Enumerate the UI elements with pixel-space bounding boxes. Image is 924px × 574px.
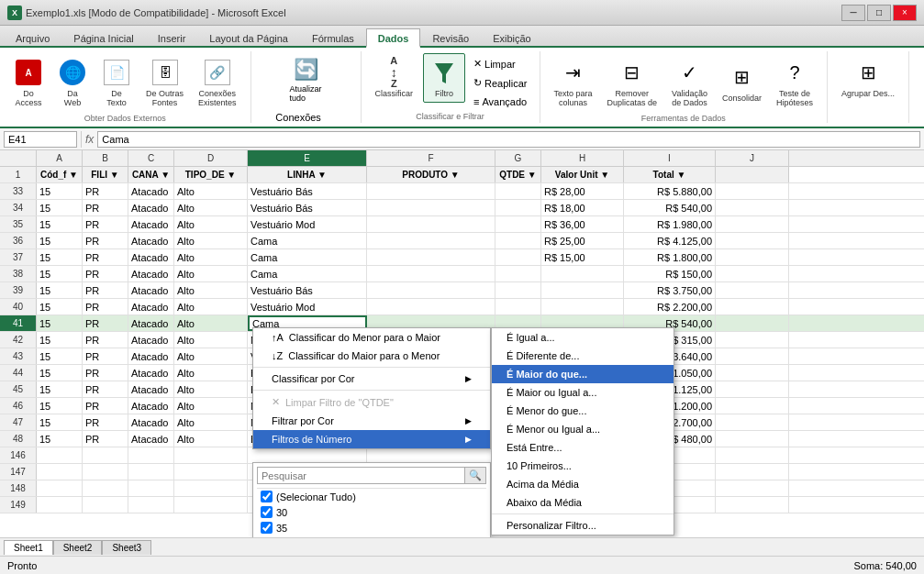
r46-a[interactable]: 15 [37,398,83,414]
menu-sort-asc[interactable]: ↑A Classificar do Menor para o Maior [253,328,490,347]
r44-d[interactable]: Alto [174,365,248,381]
col-h-header[interactable]: H [541,150,624,166]
r40-d[interactable]: Alto [174,299,248,315]
submenu-not-equal[interactable]: É Diferente de... [492,347,674,365]
r35-b[interactable]: PR [83,216,128,232]
r48-b[interactable]: PR [83,431,128,447]
r42-d[interactable]: Alto [174,332,248,348]
r42-c[interactable]: Atacado [128,332,174,348]
r34-d[interactable]: Alto [174,200,248,215]
r33-b[interactable]: PR [83,183,128,199]
r35-g[interactable] [495,216,541,232]
r33-f[interactable] [367,183,495,199]
r39-c[interactable]: Atacado [128,282,174,298]
r36-d[interactable]: Alto [174,233,248,248]
tab-dados[interactable]: Dados [366,28,421,48]
filter-item-all[interactable]: (Selecionar Tudo) [257,489,486,504]
tab-pagina-inicial[interactable]: Página Inicial [61,28,145,46]
r45-a[interactable]: 15 [37,381,83,397]
r36-c[interactable]: Atacado [128,233,174,248]
r44-b[interactable]: PR [83,365,128,381]
col-c-header[interactable]: C [128,150,174,166]
menu-sort-color[interactable]: Classificar por Cor ▶ [253,370,490,388]
r43-b[interactable]: PR [83,348,128,364]
r38-h[interactable] [541,266,624,281]
filter-item-35[interactable]: 35 [257,520,486,535]
r39-b[interactable]: PR [83,282,128,298]
r36-h[interactable]: R$ 25,00 [541,233,624,248]
submenu-below-avg[interactable]: Abaixo da Média [492,493,674,512]
r40-b[interactable]: PR [83,299,128,315]
r47-d[interactable]: Alto [174,414,248,430]
r36-g[interactable] [495,233,541,248]
btn-conexoes[interactable]: Conexões [271,109,340,126]
r39-h[interactable] [541,282,624,298]
r44-a[interactable]: 15 [37,365,83,381]
r35-a[interactable]: 15 [37,216,83,232]
submenu-greater-equal[interactable]: É Maior ou Igual a... [492,383,674,402]
r45-b[interactable]: PR [83,381,128,397]
r34-f[interactable] [367,200,495,215]
col-f-header[interactable]: F [367,150,495,166]
r40-h[interactable] [541,299,624,315]
tab-inserir[interactable]: Inserir [146,28,198,46]
r33-i[interactable]: R$ 5.880,00 [624,183,716,199]
r33-h[interactable]: R$ 28,00 [541,183,624,199]
sheet-tab-2[interactable]: Sheet2 [53,540,103,555]
col-d-header[interactable]: D [174,150,248,166]
filter-checkbox-35[interactable] [261,522,273,534]
filter-search-button[interactable]: 🔍 [464,468,485,483]
close-button[interactable]: × [893,5,917,21]
r36-a[interactable]: 15 [37,233,83,248]
r46-b[interactable]: PR [83,398,128,414]
submenu-equal[interactable]: É Igual a... [492,328,674,347]
col-j-header[interactable]: J [716,150,789,166]
r39-g[interactable] [495,282,541,298]
r42-a[interactable]: 15 [37,332,83,348]
r47-c[interactable]: Atacado [128,414,174,430]
r34-a[interactable]: 15 [37,200,83,215]
r37-h[interactable]: R$ 15,00 [541,249,624,265]
r34-h[interactable]: R$ 18,00 [541,200,624,215]
filter-search-input[interactable] [258,469,464,483]
submenu-above-avg[interactable]: Acima da Média [492,475,674,493]
r40-a[interactable]: 15 [37,299,83,315]
r34-b[interactable]: PR [83,200,128,215]
r37-c[interactable]: Atacado [128,249,174,265]
r36-b[interactable]: PR [83,233,128,248]
col-g-header[interactable]: G [495,150,541,166]
r33-d[interactable]: Alto [174,183,248,199]
filter-item-40[interactable]: 40 [257,535,486,537]
r36-f[interactable] [367,233,495,248]
header-i[interactable]: Total ▼ [624,167,716,182]
r45-d[interactable]: Alto [174,381,248,397]
sheet-tab-1[interactable]: Sheet1 [4,540,53,555]
r39-i[interactable]: R$ 3.750,00 [624,282,716,298]
r37-b[interactable]: PR [83,249,128,265]
r34-i[interactable]: R$ 540,00 [624,200,716,215]
r40-i[interactable]: R$ 2.200,00 [624,299,716,315]
r40-g[interactable] [495,299,541,315]
menu-sort-desc[interactable]: ↓Z Classificar do Maior para o Menor [253,347,490,365]
r33-a[interactable]: 15 [37,183,83,199]
submenu-between[interactable]: Está Entre... [492,438,674,457]
r44-c[interactable]: Atacado [128,365,174,381]
r39-e[interactable]: Vestuário Bás [248,282,367,298]
r35-d[interactable]: Alto [174,216,248,232]
r48-a[interactable]: 15 [37,431,83,447]
r43-d[interactable]: Alto [174,348,248,364]
r37-d[interactable]: Alto [174,249,248,265]
btn-remover-dup[interactable]: ⊟ RemoverDuplicatas de [601,53,664,112]
r38-f[interactable] [367,266,495,281]
btn-do-access[interactable]: A DoAccess [7,53,50,112]
r38-d[interactable]: Alto [174,266,248,281]
r38-g[interactable] [495,266,541,281]
submenu-less[interactable]: É Menor do gue... [492,402,674,420]
tab-layout[interactable]: Layout da Página [197,28,300,46]
btn-consolidar[interactable]: ⊞ Consolidar [716,58,768,107]
submenu-less-equal[interactable]: É Menor ou Igual a... [492,420,674,438]
tab-revisao[interactable]: Revisão [420,28,481,46]
btn-de-outras[interactable]: 🗄 De OutrasFontes [139,53,190,112]
r37-a[interactable]: 15 [37,249,83,265]
r34-g[interactable] [495,200,541,215]
